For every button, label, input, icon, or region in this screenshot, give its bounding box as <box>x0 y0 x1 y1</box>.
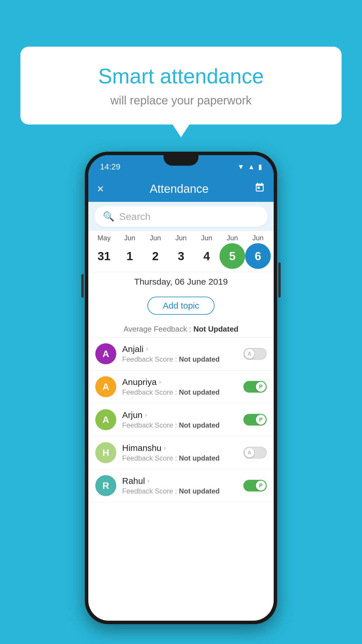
search-container: 🔍 Search <box>88 202 274 231</box>
student-score: Feedback Score : Not updated <box>122 421 243 429</box>
phone-notch <box>164 155 198 166</box>
cal-month-2: Jun <box>143 234 168 242</box>
cal-day-0[interactable]: 31 <box>91 243 117 269</box>
app-header: × Attendance <box>88 176 274 202</box>
signal-icon: ▲ <box>248 163 255 171</box>
cal-day-6[interactable]: 6 <box>245 243 271 269</box>
phone-wrapper: 14:29 ▼ ▲ ▮ × Attendance <box>85 152 277 624</box>
date-info: Thursday, 06 June 2019 <box>88 272 274 289</box>
student-info: Rahul › Feedback Score : Not updated <box>122 476 243 495</box>
cal-month-3: Jun <box>168 234 194 242</box>
speech-bubble-container: Smart attendance will replace your paper… <box>20 47 342 125</box>
speech-bubble: Smart attendance will replace your paper… <box>20 47 342 125</box>
close-button[interactable]: × <box>97 182 104 195</box>
student-item: H Himanshu › Feedback Score : Not update… <box>88 436 274 469</box>
cal-day-5[interactable]: 5 <box>219 243 245 269</box>
avg-feedback-value: Not Updated <box>193 325 238 333</box>
student-score: Feedback Score : Not updated <box>122 454 243 462</box>
status-icons: ▼ ▲ ▮ <box>237 163 262 171</box>
date-label: Thursday, 06 June 2019 <box>88 277 274 287</box>
cal-day-2[interactable]: 2 <box>143 243 168 269</box>
phone-screen: 14:29 ▼ ▲ ▮ × Attendance <box>88 155 274 621</box>
phone-outer: 14:29 ▼ ▲ ▮ × Attendance <box>85 152 277 624</box>
attendance-toggle[interactable]: A <box>243 447 267 459</box>
calendar-icon[interactable] <box>254 182 265 195</box>
attendance-toggle[interactable]: P <box>243 381 267 393</box>
toggle-knob: P <box>256 415 266 425</box>
calendar-strip: May Jun Jun Jun Jun Jun Jun 31 1 2 3 4 5… <box>88 231 274 272</box>
toggle-knob: A <box>245 349 254 359</box>
avg-feedback: Average Feedback : Not Updated <box>88 322 274 337</box>
student-name[interactable]: Himanshu › <box>122 443 243 453</box>
cal-month-1: Jun <box>117 234 143 242</box>
attendance-toggle[interactable]: P <box>243 414 267 426</box>
student-name[interactable]: Arjun › <box>122 410 243 420</box>
student-item: R Rahul › Feedback Score : Not updated P <box>88 469 274 502</box>
battery-icon: ▮ <box>258 163 262 171</box>
student-score: Feedback Score : Not updated <box>122 487 243 495</box>
cal-month-0: May <box>91 234 117 242</box>
student-avatar: R <box>95 475 116 496</box>
search-icon: 🔍 <box>103 211 115 222</box>
student-list: A Anjali › Feedback Score : Not updated … <box>88 337 274 502</box>
wifi-icon: ▼ <box>237 163 244 171</box>
cal-month-4: Jun <box>194 234 219 242</box>
toggle-knob: A <box>245 448 254 458</box>
attendance-toggle[interactable]: P <box>243 480 267 491</box>
calendar-months: May Jun Jun Jun Jun Jun Jun <box>88 234 274 242</box>
cal-day-3[interactable]: 3 <box>168 243 194 269</box>
student-score: Feedback Score : Not updated <box>122 388 243 396</box>
student-avatar: A <box>95 343 116 364</box>
student-info: Anupriya › Feedback Score : Not updated <box>122 377 243 396</box>
student-info: Anjali › Feedback Score : Not updated <box>122 344 243 363</box>
student-avatar: H <box>95 442 116 463</box>
chevron-right-icon: › <box>146 345 148 353</box>
calendar-days: 31 1 2 3 4 5 6 <box>88 243 274 269</box>
student-name[interactable]: Anupriya › <box>122 377 243 387</box>
header-title: Attendance <box>150 182 208 195</box>
search-bar[interactable]: 🔍 Search <box>94 206 268 227</box>
cal-month-6: Jun <box>245 234 271 242</box>
bubble-title: Smart attendance <box>44 64 318 88</box>
chevron-right-icon: › <box>164 444 166 452</box>
search-input[interactable]: Search <box>119 211 151 222</box>
chevron-right-icon: › <box>159 378 161 386</box>
cal-month-5: Jun <box>219 234 245 242</box>
add-topic-button[interactable]: Add topic <box>147 297 214 315</box>
avg-feedback-label: Average Feedback : <box>124 325 193 333</box>
student-item: A Anjali › Feedback Score : Not updated … <box>88 337 274 370</box>
student-name[interactable]: Rahul › <box>122 476 243 486</box>
toggle-knob: P <box>256 481 266 491</box>
attendance-toggle[interactable]: A <box>243 348 267 360</box>
student-score: Feedback Score : Not updated <box>122 355 243 363</box>
student-info: Arjun › Feedback Score : Not updated <box>122 410 243 429</box>
cal-day-4[interactable]: 4 <box>194 243 219 269</box>
student-item: A Anupriya › Feedback Score : Not update… <box>88 370 274 403</box>
status-time: 14:29 <box>100 162 120 172</box>
chevron-right-icon: › <box>145 411 147 419</box>
chevron-right-icon: › <box>147 477 149 485</box>
student-item: A Arjun › Feedback Score : Not updated P <box>88 403 274 436</box>
student-avatar: A <box>95 376 116 397</box>
student-name[interactable]: Anjali › <box>122 344 243 354</box>
bubble-subtitle: will replace your paperwork <box>44 94 318 107</box>
student-avatar: A <box>95 409 116 430</box>
cal-day-1[interactable]: 1 <box>117 243 143 269</box>
toggle-knob: P <box>256 382 266 392</box>
student-info: Himanshu › Feedback Score : Not updated <box>122 443 243 462</box>
